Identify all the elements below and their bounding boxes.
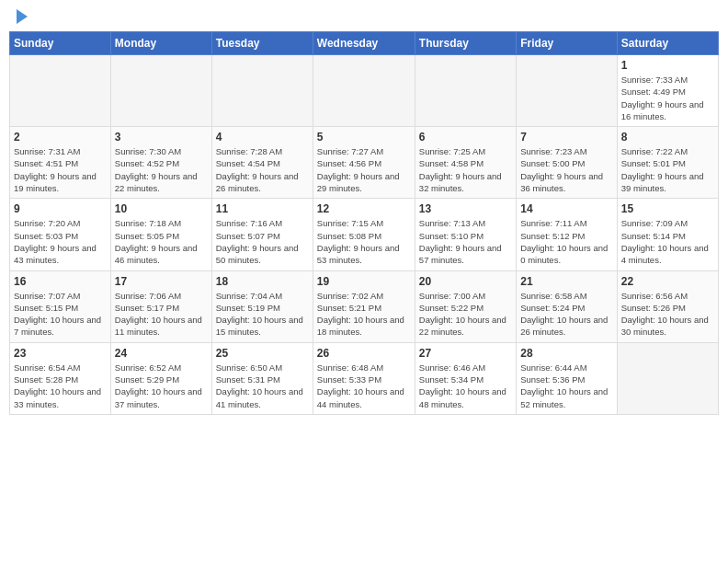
day-info: Sunrise: 7:16 AM Sunset: 5:07 PM Dayligh…: [216, 217, 309, 266]
calendar-day-cell: 27Sunrise: 6:46 AM Sunset: 5:34 PM Dayli…: [415, 342, 516, 414]
calendar-week-row: 23Sunrise: 6:54 AM Sunset: 5:28 PM Dayli…: [10, 342, 719, 414]
day-info: Sunrise: 7:22 AM Sunset: 5:01 PM Dayligh…: [621, 145, 714, 194]
calendar-day-cell: [617, 342, 718, 414]
day-number: 12: [317, 202, 411, 215]
calendar-week-row: 1Sunrise: 7:33 AM Sunset: 4:49 PM Daylig…: [10, 55, 719, 127]
day-info: Sunrise: 7:02 AM Sunset: 5:21 PM Dayligh…: [317, 290, 411, 339]
day-number: 13: [419, 202, 512, 215]
calendar-day-cell: 2Sunrise: 7:31 AM Sunset: 4:51 PM Daylig…: [10, 127, 111, 199]
calendar-day-cell: 16Sunrise: 7:07 AM Sunset: 5:15 PM Dayli…: [10, 270, 111, 342]
day-info: Sunrise: 6:56 AM Sunset: 5:26 PM Dayligh…: [621, 290, 714, 339]
day-number: 22: [621, 275, 714, 288]
calendar-day-cell: 4Sunrise: 7:28 AM Sunset: 4:54 PM Daylig…: [211, 127, 313, 199]
day-number: 26: [317, 347, 411, 360]
calendar-week-row: 16Sunrise: 7:07 AM Sunset: 5:15 PM Dayli…: [10, 270, 719, 342]
day-number: 6: [419, 131, 512, 144]
calendar-day-cell: 1Sunrise: 7:33 AM Sunset: 4:49 PM Daylig…: [617, 55, 718, 127]
day-number: 28: [520, 347, 612, 360]
day-number: 8: [621, 131, 714, 144]
day-info: Sunrise: 7:04 AM Sunset: 5:19 PM Dayligh…: [216, 290, 309, 339]
day-number: 20: [419, 275, 512, 288]
calendar-day-cell: 8Sunrise: 7:22 AM Sunset: 5:01 PM Daylig…: [617, 127, 718, 199]
calendar-day-cell: 26Sunrise: 6:48 AM Sunset: 5:33 PM Dayli…: [313, 342, 415, 414]
calendar-day-cell: 28Sunrise: 6:44 AM Sunset: 5:36 PM Dayli…: [517, 342, 617, 414]
day-info: Sunrise: 7:13 AM Sunset: 5:10 PM Dayligh…: [419, 217, 512, 266]
day-info: Sunrise: 7:31 AM Sunset: 4:51 PM Dayligh…: [14, 145, 107, 194]
day-number: 3: [115, 131, 208, 144]
calendar-day-cell: 5Sunrise: 7:27 AM Sunset: 4:56 PM Daylig…: [313, 127, 415, 199]
day-info: Sunrise: 6:46 AM Sunset: 5:34 PM Dayligh…: [419, 362, 512, 410]
day-info: Sunrise: 6:50 AM Sunset: 5:31 PM Dayligh…: [216, 362, 309, 410]
day-number: 9: [14, 202, 107, 215]
calendar-day-header: Thursday: [415, 32, 516, 55]
calendar-week-row: 9Sunrise: 7:20 AM Sunset: 5:03 PM Daylig…: [10, 199, 719, 270]
calendar-day-cell: 3Sunrise: 7:30 AM Sunset: 4:52 PM Daylig…: [110, 127, 211, 199]
calendar-table: SundayMondayTuesdayWednesdayThursdayFrid…: [9, 31, 719, 415]
day-info: Sunrise: 7:11 AM Sunset: 5:12 PM Dayligh…: [520, 217, 612, 266]
day-info: Sunrise: 7:27 AM Sunset: 4:56 PM Dayligh…: [317, 145, 411, 194]
day-number: 7: [520, 131, 612, 144]
calendar-day-cell: 22Sunrise: 6:56 AM Sunset: 5:26 PM Dayli…: [617, 270, 718, 342]
calendar-day-header: Saturday: [617, 32, 718, 55]
calendar-day-cell: 24Sunrise: 6:52 AM Sunset: 5:29 PM Dayli…: [110, 342, 211, 414]
calendar-day-cell: 23Sunrise: 6:54 AM Sunset: 5:28 PM Dayli…: [10, 342, 111, 414]
day-number: 23: [14, 347, 107, 360]
day-info: Sunrise: 7:25 AM Sunset: 4:58 PM Dayligh…: [419, 145, 512, 194]
day-number: 21: [520, 275, 612, 288]
calendar-day-header: Friday: [517, 32, 617, 55]
day-info: Sunrise: 7:07 AM Sunset: 5:15 PM Dayligh…: [14, 290, 107, 339]
day-info: Sunrise: 7:23 AM Sunset: 5:00 PM Dayligh…: [520, 145, 612, 194]
day-info: Sunrise: 6:44 AM Sunset: 5:36 PM Dayligh…: [520, 362, 612, 410]
calendar-day-cell: 6Sunrise: 7:25 AM Sunset: 4:58 PM Daylig…: [415, 127, 516, 199]
day-info: Sunrise: 7:20 AM Sunset: 5:03 PM Dayligh…: [14, 217, 107, 266]
calendar-day-cell: [110, 55, 211, 127]
calendar-day-cell: 18Sunrise: 7:04 AM Sunset: 5:19 PM Dayli…: [211, 270, 313, 342]
calendar-day-cell: 11Sunrise: 7:16 AM Sunset: 5:07 PM Dayli…: [211, 199, 313, 270]
calendar-day-cell: 21Sunrise: 6:58 AM Sunset: 5:24 PM Dayli…: [517, 270, 617, 342]
day-info: Sunrise: 6:48 AM Sunset: 5:33 PM Dayligh…: [317, 362, 411, 410]
day-number: 17: [115, 275, 208, 288]
calendar-day-cell: 14Sunrise: 7:11 AM Sunset: 5:12 PM Dayli…: [517, 199, 617, 270]
day-info: Sunrise: 6:52 AM Sunset: 5:29 PM Dayligh…: [115, 362, 208, 410]
calendar-day-cell: [415, 55, 516, 127]
calendar-header-row: SundayMondayTuesdayWednesdayThursdayFrid…: [10, 32, 719, 55]
day-number: 19: [317, 275, 411, 288]
page-header: [9, 9, 719, 24]
calendar-day-header: Tuesday: [211, 32, 313, 55]
calendar-day-cell: 7Sunrise: 7:23 AM Sunset: 5:00 PM Daylig…: [517, 127, 617, 199]
day-info: Sunrise: 7:18 AM Sunset: 5:05 PM Dayligh…: [115, 217, 208, 266]
day-number: 4: [216, 131, 309, 144]
day-info: Sunrise: 7:28 AM Sunset: 4:54 PM Dayligh…: [216, 145, 309, 194]
day-number: 15: [621, 202, 714, 215]
calendar-day-cell: 17Sunrise: 7:06 AM Sunset: 5:17 PM Dayli…: [110, 270, 211, 342]
day-number: 14: [520, 202, 612, 215]
calendar-day-cell: 25Sunrise: 6:50 AM Sunset: 5:31 PM Dayli…: [211, 342, 313, 414]
logo-arrow-icon: [17, 9, 28, 24]
day-number: 27: [419, 347, 512, 360]
day-info: Sunrise: 7:30 AM Sunset: 4:52 PM Dayligh…: [115, 145, 208, 194]
day-info: Sunrise: 6:54 AM Sunset: 5:28 PM Dayligh…: [14, 362, 107, 410]
day-info: Sunrise: 7:06 AM Sunset: 5:17 PM Dayligh…: [115, 290, 208, 339]
calendar-day-cell: [517, 55, 617, 127]
calendar-day-cell: 13Sunrise: 7:13 AM Sunset: 5:10 PM Dayli…: [415, 199, 516, 270]
calendar-day-header: Wednesday: [313, 32, 415, 55]
day-info: Sunrise: 7:09 AM Sunset: 5:14 PM Dayligh…: [621, 217, 714, 266]
day-info: Sunrise: 6:58 AM Sunset: 5:24 PM Dayligh…: [520, 290, 612, 339]
calendar-day-header: Sunday: [10, 32, 111, 55]
calendar-day-cell: [10, 55, 111, 127]
day-info: Sunrise: 7:15 AM Sunset: 5:08 PM Dayligh…: [317, 217, 411, 266]
day-info: Sunrise: 7:00 AM Sunset: 5:22 PM Dayligh…: [419, 290, 512, 339]
day-number: 25: [216, 347, 309, 360]
calendar-day-header: Monday: [110, 32, 211, 55]
calendar-week-row: 2Sunrise: 7:31 AM Sunset: 4:51 PM Daylig…: [10, 127, 719, 199]
calendar-day-cell: [313, 55, 415, 127]
calendar-day-cell: 19Sunrise: 7:02 AM Sunset: 5:21 PM Dayli…: [313, 270, 415, 342]
day-number: 5: [317, 131, 411, 144]
calendar-day-cell: 12Sunrise: 7:15 AM Sunset: 5:08 PM Dayli…: [313, 199, 415, 270]
calendar-day-cell: 20Sunrise: 7:00 AM Sunset: 5:22 PM Dayli…: [415, 270, 516, 342]
day-number: 2: [14, 131, 107, 144]
day-number: 24: [115, 347, 208, 360]
day-number: 18: [216, 275, 309, 288]
logo: [13, 9, 28, 24]
day-number: 10: [115, 202, 208, 215]
